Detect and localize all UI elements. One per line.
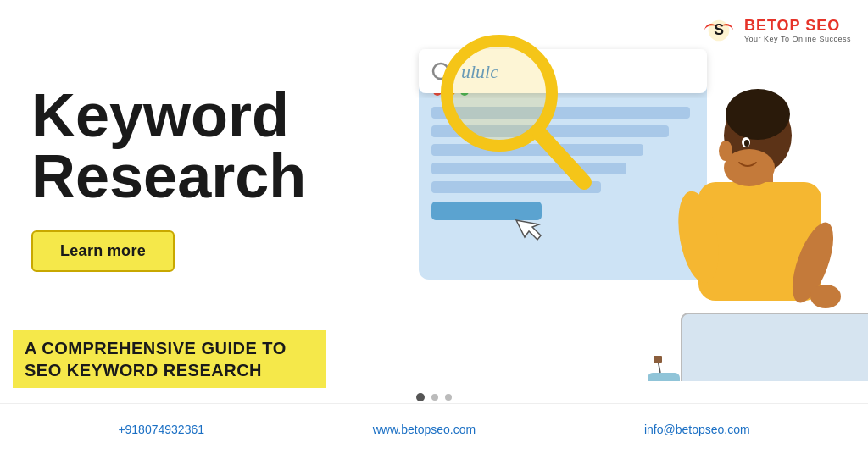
footer-phone: +918074932361 bbox=[118, 423, 204, 436]
svg-point-35 bbox=[724, 149, 775, 186]
pagination-dot-1[interactable] bbox=[416, 393, 425, 401]
svg-rect-9 bbox=[431, 163, 626, 174]
bottom-headline-box: A Comprehensive Guide to SEO Keyword Res… bbox=[13, 330, 326, 388]
svg-point-20 bbox=[726, 89, 790, 140]
svg-point-25 bbox=[810, 285, 841, 308]
pagination-dot-2[interactable] bbox=[431, 394, 438, 401]
svg-rect-26 bbox=[682, 313, 868, 381]
illustration-area: ululc bbox=[342, 25, 868, 381]
bottom-headline-text: A Comprehensive Guide to SEO Keyword Res… bbox=[25, 337, 314, 381]
svg-point-32 bbox=[744, 140, 749, 147]
svg-rect-28 bbox=[648, 373, 680, 381]
main-illustration: ululc bbox=[342, 25, 868, 381]
footer-email: info@betopseo.com bbox=[644, 423, 750, 436]
footer-website: www.betopseo.com bbox=[373, 423, 476, 436]
footer: +918074932361 www.betopseo.com info@beto… bbox=[0, 403, 868, 454]
learn-more-button[interactable]: Learn more bbox=[31, 230, 175, 272]
svg-rect-8 bbox=[431, 144, 643, 156]
svg-rect-11 bbox=[431, 202, 542, 220]
heading-keyword: Keyword bbox=[31, 85, 306, 146]
pagination-dot-3[interactable] bbox=[445, 394, 452, 401]
pagination bbox=[416, 393, 452, 401]
main-content-left: Keyword Research Learn more bbox=[31, 85, 306, 272]
heading-research: Research bbox=[31, 146, 306, 207]
svg-rect-30 bbox=[654, 356, 662, 363]
